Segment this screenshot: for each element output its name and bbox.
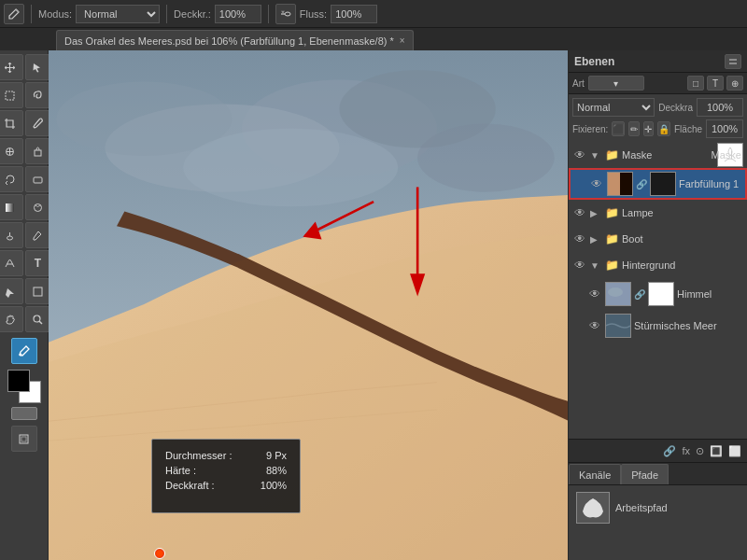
svg-rect-20 bbox=[20, 435, 28, 443]
layer-icon-1[interactable]: □ bbox=[687, 76, 704, 91]
tool-pair-dodge bbox=[0, 222, 51, 248]
screen-mode-button[interactable] bbox=[11, 426, 37, 452]
document-tab[interactable]: Das Orakel des Meeres.psd bei 106% (Farb… bbox=[56, 30, 414, 50]
lampe-group-row[interactable]: 👁 ▶ 📁 Lampe bbox=[569, 200, 747, 226]
blur-tool[interactable] bbox=[25, 194, 51, 220]
maske-group-label: Maske bbox=[712, 149, 741, 161]
maske-group-row[interactable]: 👁 ▼ 📁 Maske Maske bbox=[569, 142, 747, 168]
crop-tool[interactable] bbox=[0, 110, 23, 136]
lampe-expand[interactable]: ▶ bbox=[590, 208, 601, 218]
canvas-area[interactable]: Durchmesser : 9 Px Härte : 88% Deckkraft… bbox=[49, 50, 568, 560]
eraser-tool[interactable] bbox=[25, 166, 51, 192]
lasso-tool[interactable] bbox=[25, 82, 51, 108]
maske-expand[interactable]: ▼ bbox=[590, 150, 601, 161]
layers-panel-header: Ebenen bbox=[569, 50, 747, 73]
hintergrund-eye[interactable]: 👁 bbox=[572, 258, 587, 273]
dodge-tool[interactable] bbox=[0, 222, 23, 248]
fill-label: Fläche bbox=[674, 124, 702, 134]
foreground-color[interactable] bbox=[7, 370, 30, 392]
layer-icon-3[interactable]: ⊕ bbox=[726, 76, 743, 91]
opacity-label: Deckkr.: bbox=[174, 8, 211, 20]
svg-line-18 bbox=[39, 321, 42, 324]
lock-position-btn[interactable]: ✛ bbox=[643, 121, 654, 136]
close-tab-icon[interactable]: × bbox=[400, 35, 405, 46]
arbeitspfad-item[interactable]: Arbeitspfad bbox=[572, 489, 743, 526]
lock-transparent-btn[interactable]: ⬛ bbox=[612, 121, 625, 136]
svg-point-28 bbox=[183, 129, 398, 207]
svg-point-17 bbox=[34, 315, 40, 322]
layers-controls: Normal Deckkra Fixieren: ⬛ ✏ ✛ 🔒 Fläche bbox=[569, 94, 747, 142]
fixieren-label: Fixieren: bbox=[572, 124, 608, 134]
right-panel: Ebenen Art ▾ □ T ⊕ Normal Deckkr bbox=[568, 50, 747, 560]
tool-pair-history bbox=[0, 166, 51, 192]
panel-menu-icon[interactable] bbox=[725, 54, 741, 69]
brush-tool-active[interactable] bbox=[11, 338, 37, 364]
maske-folder-icon: 📁 bbox=[604, 147, 619, 162]
hand-tool[interactable] bbox=[0, 306, 23, 332]
path-select-tool[interactable] bbox=[0, 250, 23, 276]
gradient-tool[interactable] bbox=[0, 194, 23, 220]
farbfullung-row[interactable]: 👁 🔗 Farbfüllung 1 bbox=[569, 168, 747, 200]
quick-mask-button[interactable] bbox=[11, 407, 37, 420]
art-select[interactable]: ▾ bbox=[588, 76, 644, 91]
zoom-tool[interactable] bbox=[25, 306, 51, 332]
separator-3 bbox=[268, 5, 269, 23]
svg-point-26 bbox=[417, 123, 554, 191]
farbfullung-eye[interactable]: 👁 bbox=[589, 176, 604, 191]
lock-image-btn[interactable]: ✏ bbox=[628, 121, 639, 136]
tool-pair-text: T bbox=[0, 250, 51, 276]
arbeitspfad-name: Arbeitspfad bbox=[615, 502, 668, 513]
svg-point-4 bbox=[281, 10, 282, 11]
svg-rect-35 bbox=[608, 173, 620, 195]
doc-tab-title: Das Orakel des Meeres.psd bei 106% (Farb… bbox=[64, 35, 394, 47]
history-brush-tool[interactable] bbox=[0, 166, 23, 192]
meer-thumb bbox=[605, 314, 631, 338]
hintergrund-expand[interactable]: ▼ bbox=[590, 260, 601, 271]
color-swatches[interactable] bbox=[7, 370, 41, 403]
boot-expand[interactable]: ▶ bbox=[590, 234, 601, 245]
fixieren-row: Fixieren: ⬛ ✏ ✛ 🔒 Fläche bbox=[572, 119, 743, 138]
himmel-eye[interactable]: 👁 bbox=[587, 287, 602, 301]
direct-select-tool[interactable] bbox=[0, 278, 23, 304]
hintergrund-group-row[interactable]: 👁 ▼ 📁 Hintergrund bbox=[569, 252, 747, 278]
farbfullung-link[interactable]: 🔗 bbox=[636, 179, 647, 189]
fill-value-input[interactable] bbox=[706, 119, 743, 138]
boot-group-row[interactable]: 👁 ▶ 📁 Boot bbox=[569, 226, 747, 252]
boot-eye[interactable]: 👁 bbox=[572, 231, 587, 246]
airbrush-icon[interactable] bbox=[275, 4, 296, 24]
stamp-tool[interactable] bbox=[25, 138, 51, 164]
boot-folder-icon: 📁 bbox=[604, 231, 619, 246]
mode-select[interactable]: Normal bbox=[76, 5, 160, 23]
selection-tool[interactable] bbox=[25, 54, 51, 80]
tool-pair-lasso bbox=[0, 82, 51, 108]
maske-eye[interactable]: 👁 bbox=[572, 147, 587, 162]
lock-all-btn[interactable]: 🔒 bbox=[657, 121, 670, 136]
tool-pair-crop bbox=[0, 110, 51, 136]
pen-tool[interactable] bbox=[25, 222, 51, 248]
lampe-name: Lampe bbox=[622, 207, 743, 218]
himmel-link[interactable]: 🔗 bbox=[634, 289, 645, 300]
healing-tool[interactable] bbox=[0, 138, 23, 164]
lampe-eye[interactable]: 👁 bbox=[572, 205, 587, 220]
layer-icon-2[interactable]: T bbox=[707, 76, 724, 91]
opacity-input[interactable]: 100% bbox=[215, 5, 261, 23]
fx-row: 🔗 fx ⊙ 🔳 ⬜ bbox=[569, 439, 747, 463]
blend-mode-select[interactable]: Normal bbox=[572, 98, 655, 117]
shape-tool[interactable] bbox=[25, 278, 51, 304]
meer-eye[interactable]: 👁 bbox=[587, 318, 602, 333]
kanale-tab[interactable]: Kanäle bbox=[569, 464, 621, 484]
himmel-row[interactable]: 👁 🔗 Himmel bbox=[569, 278, 747, 310]
pfade-tab[interactable]: Pfade bbox=[621, 464, 669, 484]
eyedropper-tool[interactable] bbox=[25, 110, 51, 136]
tool-pair-select bbox=[0, 54, 51, 80]
svg-rect-9 bbox=[35, 150, 41, 156]
farbfullung-mask bbox=[650, 172, 676, 196]
brush-tool-icon[interactable] bbox=[4, 4, 24, 24]
mask-icon: ⬜ bbox=[728, 445, 741, 457]
opacity-value-input[interactable] bbox=[697, 98, 743, 117]
marquee-tool[interactable] bbox=[0, 82, 23, 108]
move-tool[interactable] bbox=[0, 54, 23, 80]
flow-input[interactable]: 100% bbox=[331, 5, 377, 23]
text-tool[interactable]: T bbox=[25, 250, 51, 276]
meer-row[interactable]: 👁 Stürmisches Meer bbox=[569, 310, 747, 342]
